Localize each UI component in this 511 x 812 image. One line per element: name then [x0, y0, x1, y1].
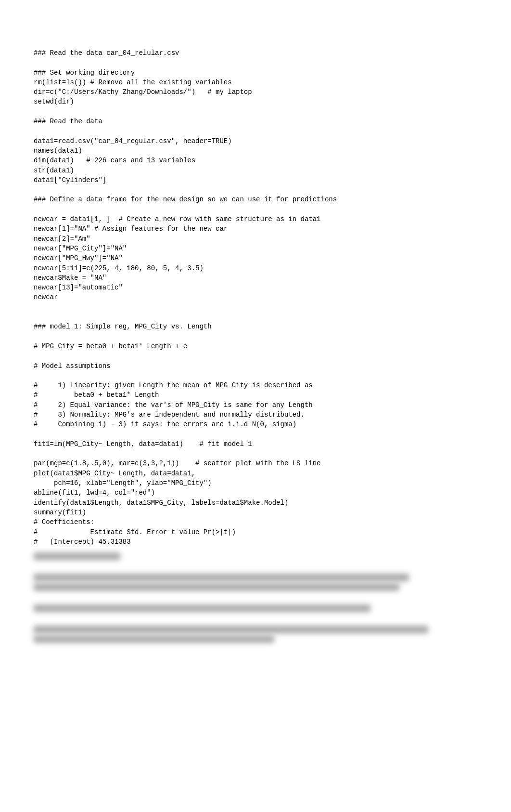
- code-line: newcar$Make = "NA": [34, 274, 106, 282]
- code-line: # beta0 + beta1* Length: [34, 391, 159, 399]
- code-line: newcar = data1[1, ] # Create a new row w…: [34, 215, 321, 223]
- blurred-line: [34, 552, 120, 560]
- blurred-content-region: [34, 552, 477, 643]
- code-line: # MPG_City = beta0 + beta1* Length + e: [34, 342, 187, 350]
- code-line: ### Read the data: [34, 118, 102, 125]
- code-line: abline(fit1, lwd=4, col="red"): [34, 489, 155, 497]
- blurred-line: [34, 635, 274, 643]
- code-line: # 3) Normality: MPG's are independent an…: [34, 411, 305, 419]
- code-line: fit1=lm(MPG_City~ Length, data=data1) # …: [34, 440, 252, 448]
- code-line: # Combining 1) - 3) it says: the errors …: [34, 420, 296, 428]
- code-line: plot(data1$MPG_City~ Length, data=data1,: [34, 470, 195, 477]
- code-line: pch=16, xlab="Length", ylab="MPG_City"): [34, 479, 212, 487]
- code-line: dim(data1) # 226 cars and 13 variables: [34, 157, 195, 164]
- code-content: ### Read the data car_04_relular.csv ###…: [34, 48, 477, 547]
- code-line: # (Intercept) 45.31383: [34, 538, 131, 546]
- code-line: newcar[13]="automatic": [34, 284, 123, 291]
- code-line: identify(data1$Length, data1$MPG_City, l…: [34, 499, 288, 507]
- code-line: # Model assumptions: [34, 362, 111, 370]
- code-line: setwd(dir): [34, 98, 74, 105]
- code-line: # Coefficients:: [34, 518, 94, 526]
- blurred-group: [34, 626, 477, 643]
- code-line: str(data1): [34, 167, 74, 174]
- code-line: newcar: [34, 293, 58, 301]
- code-line: # Estimate Std. Error t value Pr(>|t|): [34, 528, 236, 536]
- code-line: ### Read the data car_04_relular.csv: [34, 49, 179, 57]
- code-line: ### Set working directory: [34, 69, 135, 77]
- blurred-group: [34, 604, 477, 612]
- code-line: data1=read.csv("car_04_regular.csv", hea…: [34, 137, 232, 145]
- code-line: par(mgp=c(1.8,.5,0), mar=c(3,3,2,1)) # s…: [34, 459, 321, 467]
- code-line: # 2) Equal variance: the var's of MPG_Ci…: [34, 401, 313, 409]
- code-line: summary(fit1): [34, 509, 86, 516]
- code-line: data1["Cylinders"]: [34, 176, 106, 184]
- code-line: # 1) Linearity: given Length the mean of…: [34, 381, 313, 389]
- blurred-line: [34, 626, 428, 633]
- code-line: rm(list=ls()) # Remove all the existing …: [34, 79, 232, 86]
- blurred-group: [34, 574, 477, 591]
- blurred-line: [34, 583, 399, 591]
- code-line: ### Define a data frame for the new desi…: [34, 196, 337, 203]
- code-line: names(data1): [34, 147, 82, 155]
- code-line: newcar[2]="Am": [34, 235, 90, 243]
- blurred-line: [34, 604, 370, 612]
- code-line: ### model 1: Simple reg, MPG_City vs. Le…: [34, 323, 212, 330]
- code-line: newcar[5:11]=c(225, 4, 180, 80, 5, 4, 3.…: [34, 264, 204, 272]
- code-line: newcar[1]="NA" # Assign features for the…: [34, 225, 228, 233]
- code-line: newcar["MPG_City"]="NA": [34, 245, 127, 252]
- code-line: newcar["MPG_Hwy"]="NA": [34, 254, 123, 262]
- code-line: dir=c("C:/Users/Kathy Zhang/Downloads/")…: [34, 88, 252, 96]
- blurred-line: [34, 574, 409, 581]
